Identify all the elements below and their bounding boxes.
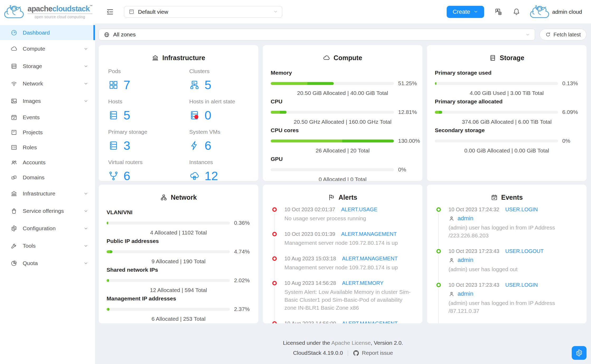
sidebar-item-icon [11, 45, 17, 52]
stat-label: Clusters [189, 68, 250, 74]
report-issue-link[interactable]: Report issue [362, 350, 393, 356]
alert-type-link[interactable]: ALERT.USAGE [341, 207, 377, 212]
chevron-down-icon [84, 99, 88, 103]
alert-time: 10 Aug 2023 14:56:00 [284, 320, 336, 323]
sidebar-item-projects[interactable]: Projects [0, 125, 95, 140]
menu-fold-icon[interactable] [106, 8, 114, 16]
progress-percent: 0.13% [562, 80, 578, 87]
progress-track [107, 250, 230, 253]
alert-type-link[interactable]: ALERT.MANAGEMENT [342, 320, 398, 323]
sidebar-item-icon [11, 190, 17, 197]
view-select[interactable]: Default view [124, 6, 282, 18]
progress-fill [107, 250, 112, 253]
user-name[interactable]: admin cloud [552, 9, 582, 15]
event-type-link[interactable]: USER.LOGIN [505, 282, 538, 288]
person-icon [449, 215, 455, 222]
sidebar-item-storage[interactable]: Storage [0, 58, 95, 75]
alert-type-link[interactable]: ALERT.MANAGEMENT [341, 231, 397, 237]
event-time: 10 Oct 2023 17:23:43 [449, 248, 499, 254]
stat-value-row[interactable]: 3 [108, 138, 189, 153]
storage-metrics: Primary storage used 0.13% 4.00 GiB Used… [435, 67, 579, 154]
sidebar-item-label: Tools [23, 243, 36, 249]
event-user-link[interactable]: admin [457, 215, 473, 222]
sidebar-item-dashboard[interactable]: Dashboard [0, 25, 95, 40]
sidebar-item-label: Dashboard [23, 30, 50, 36]
create-button[interactable]: Create [447, 6, 484, 18]
stat-label: Hosts [108, 98, 189, 105]
sidebar-item-network[interactable]: Network [0, 75, 95, 92]
metric-detail: 4.00 GiB Used | 3.00 TiB Total [435, 90, 579, 96]
progress-fill [435, 111, 442, 114]
settings-fab[interactable] [572, 346, 587, 360]
alert-message: Management server node 109.72.80.174 is … [284, 239, 414, 247]
event-user-row: admin [449, 257, 579, 264]
sidebar-item-icon [11, 242, 17, 249]
sidebar: apachecloudstack™ open source cloud comp… [0, 0, 95, 364]
alert-time: 10 Oct 2023 01:01:39 [284, 231, 335, 237]
compute-card: Compute Memory 51.25% 20.50 GiB Allocate… [263, 45, 422, 181]
event-type-link[interactable]: USER.LOGOUT [505, 248, 544, 254]
metric-label: Memory [271, 70, 414, 76]
event-message: (admin) user has logged in from IP Addre… [449, 299, 579, 315]
alert-message: Management server node 109.72.80.174 is … [284, 264, 414, 271]
progress-track [107, 222, 230, 224]
stat-primary-storage: Primary storage 3 [108, 129, 189, 153]
translate-icon[interactable] [494, 8, 502, 16]
event-type-link[interactable]: USER.LOGIN [505, 207, 538, 212]
metric-detail: 6 Allocated | 253 Total [107, 316, 250, 322]
alert-type-link[interactable]: ALERT.MANAGEMENT [342, 256, 398, 261]
stat-label: Pods [108, 68, 189, 74]
stat-value: 5 [123, 108, 130, 122]
sidebar-item-infrastructure[interactable]: Infrastructure [0, 185, 95, 202]
alert-type-link[interactable]: ALERT.MEMORY [342, 280, 383, 286]
metric-detail: 4 Allocated | 1102 Total [107, 229, 250, 236]
sidebar-item-compute[interactable]: Compute [0, 40, 95, 58]
cloudstack-logo[interactable]: apachecloudstack™ open source cloud comp… [0, 0, 95, 23]
metric-detail: 9 Allocated | 190 Total [107, 258, 250, 265]
fetch-latest-label: Fetch latest [554, 32, 581, 38]
calendar-check-icon [491, 194, 498, 201]
stat-value-row[interactable]: 5 [108, 108, 189, 122]
chevron-down-icon [84, 226, 88, 231]
stat-value-row[interactable]: 6 [108, 169, 189, 181]
stat-icon [108, 110, 119, 121]
stat-value-row[interactable]: 5 [189, 78, 250, 92]
sidebar-item-configuration[interactable]: Configuration [0, 220, 95, 237]
stat-system-vms: System VMs 6 [189, 129, 250, 153]
event-user-link[interactable]: admin [457, 257, 473, 264]
sidebar-item-events[interactable]: Events [0, 110, 95, 125]
sidebar-item-quota[interactable]: Quota [0, 255, 95, 272]
compute-card-title: Compute [271, 54, 414, 62]
sidebar-item-icon [11, 225, 17, 232]
timeline-dot [436, 283, 441, 287]
sidebar-item-roles[interactable]: Roles [0, 140, 95, 155]
event-user-link[interactable]: admin [457, 290, 473, 297]
progress-percent: 51.25% [398, 80, 417, 87]
top-bar-right: Create admin cloud [447, 4, 582, 20]
metric-detail: 20.50 GiB Allocated | 40.00 GiB Total [271, 90, 414, 96]
progress-percent: 2.37% [234, 306, 250, 312]
progress-percent: 6.09% [562, 109, 578, 115]
stat-value-row[interactable]: 0 [189, 108, 250, 122]
notifications-bell-icon[interactable] [512, 8, 521, 16]
zone-select[interactable]: All zones [99, 29, 535, 40]
metric-secondary-storage: Secondary storage 0% 0.00 GiB Allocated … [435, 127, 579, 154]
apache-license-link[interactable]: Apache License [331, 340, 371, 346]
sidebar-item-service-offerings[interactable]: Service offerings [0, 202, 95, 220]
sidebar-item-domains[interactable]: Domains [0, 170, 95, 185]
stat-hosts-in-alert-state: Hosts in alert state 0 [189, 98, 250, 122]
stat-value-row[interactable]: 12 [189, 169, 250, 181]
stat-value-row[interactable]: 7 [108, 78, 189, 92]
sidebar-item-accounts[interactable]: Accounts [0, 155, 95, 170]
infrastructure-stats: Pods 7 Clusters 5 Hosts [107, 67, 250, 181]
sidebar-item-tools[interactable]: Tools [0, 237, 95, 255]
event-user-row: admin [449, 215, 579, 222]
fetch-latest-button[interactable]: Fetch latest [540, 29, 587, 40]
stat-value-row[interactable]: 6 [189, 138, 250, 153]
user-avatar[interactable] [528, 4, 551, 20]
sidebar-item-images[interactable]: Images [0, 92, 95, 110]
card-title-text: Infrastructure [162, 54, 205, 62]
stat-label: System VMs [189, 129, 250, 135]
divider: | [347, 349, 349, 356]
alert-time: 10 Oct 2023 02:01:37 [284, 207, 335, 212]
